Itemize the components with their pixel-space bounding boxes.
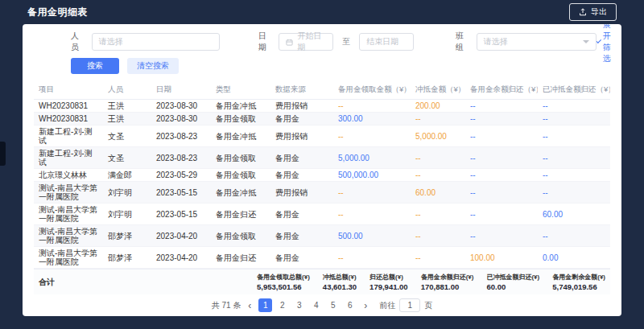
page-number-button[interactable]: 5 <box>326 298 340 312</box>
page-number-button[interactable]: 3 <box>292 298 306 312</box>
summary-items: 备用金领取总额(¥)5,953,501.56冲抵总额(¥)43,601.30归还… <box>257 273 605 291</box>
project-cell: WH20230831 <box>34 100 103 113</box>
amount-cell: -- <box>465 182 538 204</box>
date-cell: 2023-08-30 <box>151 113 211 125</box>
next-page-button[interactable]: › <box>362 300 369 311</box>
table-row[interactable]: 新建工程-刘-测试文圣2023-08-23备用金冲抵费用报销--5,000.00… <box>34 125 610 147</box>
table-row[interactable]: 测试-南昌大学第一附属医院邵梦泽2023-04-20备用金归还备用金----10… <box>34 247 610 269</box>
summary-item-value: 170,881.00 <box>421 282 474 291</box>
table-row[interactable]: WH20230831王洪2023-08-30备用金冲抵费用报销--200.00-… <box>34 100 610 113</box>
filter-bar: 人员 请选择 日期 开始日期 至 结束日期 班组 请选择 <box>34 32 610 51</box>
source-cell: 备用金 <box>270 247 333 269</box>
source-cell: 费用报销 <box>270 125 333 147</box>
column-header: 数据来源 <box>270 80 333 100</box>
project-cell: 北京璟义林林 <box>34 169 103 182</box>
person-select[interactable]: 请选择 <box>92 33 220 51</box>
date-end-input[interactable]: 结束日期 <box>359 33 414 51</box>
source-cell: 备用金 <box>270 113 333 125</box>
column-header: 备用金余额归还（¥） <box>465 80 538 100</box>
team-select[interactable]: 请选择 <box>477 33 597 51</box>
action-button-row: 搜索 清空搜索 <box>71 58 610 74</box>
amount-cell: -- <box>411 113 465 125</box>
export-icon <box>579 8 587 16</box>
page-title: 备用金明细表 <box>27 6 88 19</box>
search-button[interactable]: 搜索 <box>71 58 119 74</box>
date-cell: 2023-04-20 <box>151 247 211 269</box>
column-header: 已冲抵金额归还（¥） <box>538 80 610 100</box>
amount-cell: -- <box>411 225 465 247</box>
data-table: 项目人员日期类型数据来源备用金领取金额（¥）冲抵金额（¥）备用金余额归还（¥）已… <box>34 80 610 269</box>
drawer-collapse-handle[interactable] <box>0 142 6 166</box>
date-cell: 2023-05-29 <box>151 169 211 182</box>
amount-cell: -- <box>333 247 411 269</box>
source-cell: 费用报销 <box>270 100 333 113</box>
summary-item: 备用金剩余金额(¥)5,749,019.56 <box>552 273 605 291</box>
chevron-down-icon <box>583 40 589 43</box>
content-card: 人员 请选择 日期 开始日期 至 结束日期 班组 请选择 <box>23 24 621 316</box>
summary-item-label: 备用金领取总额(¥) <box>257 273 310 282</box>
table-row[interactable]: WH20230831王洪2023-08-30备用金领取备用金300.00----… <box>34 113 610 125</box>
person-cell: 文圣 <box>103 147 151 169</box>
table-row[interactable]: 测试-南昌大学第一附属医院刘宇明2023-05-15备用金冲抵费用报销--60.… <box>34 182 610 204</box>
summary-item-label: 已冲抵金额归还(¥) <box>486 273 539 282</box>
table-row[interactable]: 测试-南昌大学第一附属医院刘宇明2023-05-15备用金归还备用金------… <box>34 204 610 225</box>
person-cell: 邵梦泽 <box>103 247 151 269</box>
amount-cell: 60.00 <box>411 182 465 204</box>
source-cell: 备用金 <box>270 204 333 225</box>
date-filter-label: 日期 <box>258 31 273 53</box>
person-cell: 刘宇明 <box>103 204 151 225</box>
table-row[interactable]: 测试-南昌大学第一附属医院邵梦泽2023-04-20备用金领取备用金500.00… <box>34 225 610 247</box>
date-cell: 2023-08-30 <box>151 100 211 113</box>
person-cell: 满金郎 <box>103 169 151 182</box>
column-header: 类型 <box>211 80 270 100</box>
date-cell: 2023-08-23 <box>151 147 211 169</box>
amount-cell: -- <box>333 100 411 113</box>
amount-cell: -- <box>538 100 610 113</box>
source-cell: 备用金 <box>270 147 333 169</box>
table-row[interactable]: 新建工程-刘-测试文圣2023-08-23备用金领取备用金5,000.00---… <box>34 147 610 169</box>
clear-search-button[interactable]: 清空搜索 <box>127 58 179 74</box>
amount-cell: -- <box>465 147 538 169</box>
amount-cell: -- <box>465 169 538 182</box>
amount-cell: -- <box>333 182 411 204</box>
date-cell: 2023-05-15 <box>151 204 211 225</box>
page-number-button[interactable]: 1 <box>258 298 272 312</box>
summary-item-label: 冲抵总额(¥) <box>323 273 357 282</box>
top-bar: 备用金明细表 导出 <box>0 0 644 24</box>
date-separator: 至 <box>342 36 350 47</box>
page-number-button[interactable]: 2 <box>275 298 289 312</box>
summary-item-label: 备用金余额归还(¥) <box>421 273 474 282</box>
amount-cell: -- <box>411 147 465 169</box>
type-cell: 备用金领取 <box>211 169 270 182</box>
goto-page-input[interactable] <box>399 298 420 312</box>
summary-item-label: 备用金剩余金额(¥) <box>552 273 605 282</box>
summary-row: 合计 备用金领取总额(¥)5,953,501.56冲抵总额(¥)43,601.3… <box>34 269 610 294</box>
amount-cell: 5,000.00 <box>333 147 411 169</box>
page-number-group: 123456 <box>258 298 357 312</box>
date-cell: 2023-05-15 <box>151 182 211 204</box>
export-button[interactable]: 导出 <box>569 3 617 21</box>
person-cell: 文圣 <box>103 125 151 147</box>
amount-cell: -- <box>333 204 411 225</box>
project-cell: 测试-南昌大学第一附属医院 <box>34 204 103 225</box>
project-cell: WH20230831 <box>34 113 103 125</box>
date-start-input[interactable]: 开始日期 <box>279 33 333 51</box>
source-cell: 备用金 <box>270 225 333 247</box>
amount-cell: -- <box>538 169 610 182</box>
project-cell: 新建工程-刘-测试 <box>34 147 103 169</box>
page-number-button[interactable]: 4 <box>309 298 323 312</box>
project-cell: 测试-南昌大学第一附属医院 <box>34 225 103 247</box>
amount-cell: -- <box>465 113 538 125</box>
date-cell: 2023-08-23 <box>151 125 211 147</box>
summary-item-value: 43,601.30 <box>323 282 357 291</box>
table-row[interactable]: 北京璟义林林满金郎2023-05-29备用金领取备用金500,000.00---… <box>34 169 610 182</box>
page-number-button[interactable]: 6 <box>343 298 357 312</box>
type-cell: 备用金领取 <box>211 147 270 169</box>
amount-cell: -- <box>465 100 538 113</box>
summary-item-value: 5,953,501.56 <box>257 282 310 291</box>
amount-cell: -- <box>538 225 610 247</box>
amount-cell: -- <box>465 125 538 147</box>
prev-page-button[interactable]: ‹ <box>246 300 253 311</box>
type-cell: 备用金领取 <box>211 113 270 125</box>
summary-item: 备用金领取总额(¥)5,953,501.56 <box>257 273 310 291</box>
